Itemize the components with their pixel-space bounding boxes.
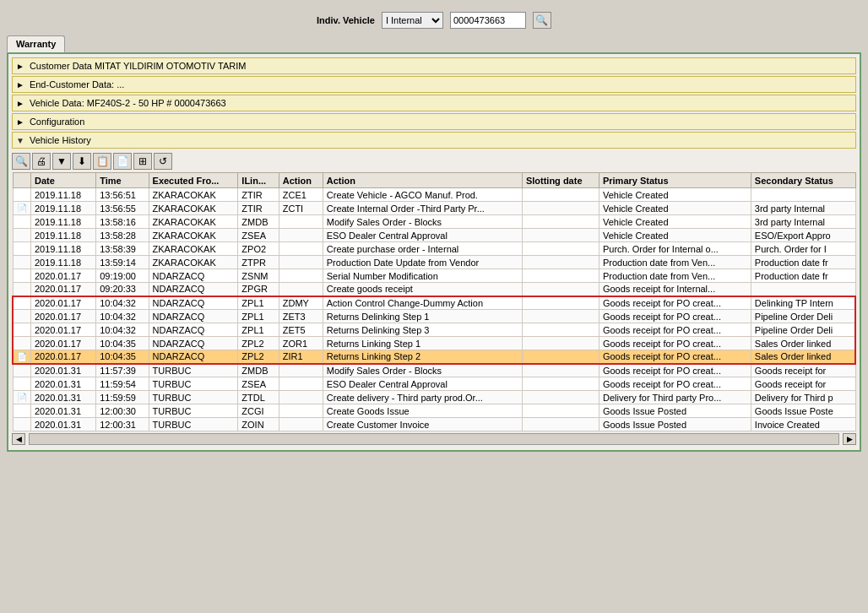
arrow-customer-data[interactable]: ►: [16, 62, 24, 71]
table-row[interactable]: 2019.11.1813:59:14ZKARACOKAKZTPRProducti…: [13, 256, 855, 269]
row-secondary-status: ESO/Export Appro: [751, 229, 855, 242]
refresh-button[interactable]: ↺: [154, 153, 172, 170]
row-slotting: [522, 377, 599, 391]
copy-button[interactable]: 📋: [93, 153, 111, 170]
row-icon: [13, 269, 31, 283]
row-secondary-status: Goods receipt for: [751, 377, 855, 391]
col-exec-from[interactable]: Executed Fro...: [149, 173, 238, 188]
row-ilin: ZTPR: [238, 256, 279, 269]
horizontal-scrollbar[interactable]: [29, 433, 839, 445]
row-time: 11:57:39: [96, 364, 149, 377]
col-action-code[interactable]: Action: [279, 173, 323, 188]
tab-warranty[interactable]: Warranty: [7, 35, 65, 52]
vehicle-number-input[interactable]: [450, 12, 526, 29]
col-action-desc[interactable]: Action: [323, 173, 522, 188]
print-button[interactable]: 🖨: [32, 153, 51, 170]
col-ilin[interactable]: ILin...: [238, 173, 279, 188]
table-row[interactable]: 2020.01.1710:04:32NDARZACQZPL1ZET5Return…: [13, 323, 855, 337]
section-configuration[interactable]: ► Configuration: [12, 113, 856, 130]
section-end-customer[interactable]: ► End-Customer Data: ...: [12, 76, 856, 93]
filter-button[interactable]: ▼: [52, 153, 71, 170]
section-vehicle-history[interactable]: ▼ Vehicle History: [12, 132, 856, 149]
row-exec-from: TURBUC: [149, 377, 238, 391]
arrow-vehicle-data[interactable]: ►: [16, 99, 24, 108]
col-secondary-status[interactable]: Secondary Status: [751, 173, 855, 188]
row-action-desc: Returns Linking Step 2: [323, 350, 522, 364]
copy-icon: 📋: [96, 155, 109, 167]
vehicle-history-label: Vehicle History: [30, 135, 91, 145]
row-ilin: ZTIR: [238, 202, 279, 215]
row-primary-status: Vehicle Created: [599, 202, 751, 215]
table-row[interactable]: 2019.11.1813:58:39ZKARACOKAKZPO2Create p…: [13, 242, 855, 256]
row-secondary-status: Delivery for Third p: [751, 391, 855, 404]
zoom-button[interactable]: 🔍: [12, 153, 30, 170]
table-row[interactable]: 2020.01.1709:19:00NDARZACQZSNMSerial Num…: [13, 269, 855, 283]
row-exec-from: ZKARACOKAK: [149, 215, 238, 229]
filter2-button[interactable]: ⬇: [73, 153, 91, 170]
table-row[interactable]: 2020.01.3112:00:31TURBUCZOINCreate Custo…: [13, 418, 855, 431]
table-container[interactable]: Date Time Executed Fro... ILin... Action…: [12, 172, 856, 431]
row-slotting: [522, 229, 599, 242]
table-row[interactable]: 2019.11.1813:58:16ZKARACOKAKZMDBModify S…: [13, 215, 855, 229]
table-row[interactable]: 2020.01.1710:04:32NDARZACQZPL1ZET3Return…: [13, 310, 855, 323]
table-row[interactable]: 2020.01.3111:59:54TURBUCZSEAESO Dealer C…: [13, 377, 855, 391]
row-slotting: [522, 391, 599, 404]
col-time[interactable]: Time: [96, 173, 149, 188]
table-row[interactable]: 2020.01.1709:20:33NDARZACQZPGRCreate goo…: [13, 283, 855, 296]
row-icon: 📄: [13, 202, 31, 215]
row-action-code: ZDMY: [279, 296, 323, 310]
table-row[interactable]: 📄2020.01.1710:04:35NDARZACQZPL2ZIR1Retur…: [13, 350, 855, 364]
row-primary-status: Goods receipt for PO creat...: [599, 310, 751, 323]
row-date: 2020.01.17: [31, 323, 96, 337]
row-action-desc: Production Date Update from Vendor: [323, 256, 522, 269]
main-panel: ► Customer Data MITAT YILDIRIM OTOMOTIV …: [7, 52, 861, 452]
row-time: 13:56:51: [96, 188, 149, 202]
row-date: 2019.11.18: [31, 229, 96, 242]
grid-icon: ⊞: [138, 155, 147, 167]
arrow-configuration[interactable]: ►: [16, 117, 24, 127]
row-date: 2020.01.17: [31, 269, 96, 283]
row-secondary-status: Goods receipt for: [751, 364, 855, 377]
scroll-left-button[interactable]: ◀: [12, 433, 25, 445]
table-row[interactable]: 2020.01.3112:00:30TURBUCZCGICreate Goods…: [13, 404, 855, 418]
col-slotting[interactable]: Slotting date: [522, 173, 599, 188]
detail-button[interactable]: 📄: [113, 153, 132, 170]
table-row[interactable]: 2019.11.1813:58:28ZKARACOKAKZSEAESO Deal…: [13, 229, 855, 242]
row-secondary-status: Production date fr: [751, 269, 855, 283]
row-date: 2020.01.31: [31, 418, 96, 431]
row-ilin: ZSEA: [238, 229, 279, 242]
row-slotting: [522, 256, 599, 269]
col-date[interactable]: Date: [31, 173, 96, 188]
row-secondary-status: Goods Issue Poste: [751, 404, 855, 418]
table-row[interactable]: 2020.01.3111:57:39TURBUCZMDBModify Sales…: [13, 364, 855, 377]
row-exec-from: NDARZACQ: [149, 283, 238, 296]
vehicle-type-select[interactable]: I Internal E External: [382, 12, 443, 29]
row-icon: [13, 377, 31, 391]
row-primary-status: Goods receipt for PO creat...: [599, 350, 751, 364]
row-exec-from: NDARZACQ: [149, 323, 238, 337]
arrow-vehicle-history[interactable]: ▼: [16, 136, 24, 145]
arrow-end-customer[interactable]: ►: [16, 80, 24, 90]
row-ilin: ZMDB: [238, 364, 279, 377]
table-row[interactable]: 2020.01.1710:04:35NDARZACQZPL2ZOR1Return…: [13, 337, 855, 350]
table-row[interactable]: 2020.01.1710:04:32NDARZACQZPL1ZDMYAction…: [13, 296, 855, 310]
row-action-code: [279, 256, 323, 269]
row-exec-from: ZKARACOKAK: [149, 256, 238, 269]
section-vehicle-data[interactable]: ► Vehicle Data: MF240S-2 - 50 HP # 00004…: [12, 95, 856, 111]
table-row[interactable]: 📄2019.11.1813:56:55ZKARACOKAKZTIRZCTICre…: [13, 202, 855, 215]
row-secondary-status: [751, 188, 855, 202]
row-time: 09:20:33: [96, 283, 149, 296]
row-exec-from: NDARZACQ: [149, 296, 238, 310]
row-ilin: ZSNM: [238, 269, 279, 283]
row-exec-from: ZKARACOKAK: [149, 202, 238, 215]
row-action-desc: ESO Dealer Central Approval: [323, 229, 522, 242]
table-row[interactable]: 2019.11.1813:56:51ZKARACOKAKZTIRZCE1Crea…: [13, 188, 855, 202]
section-customer-data[interactable]: ► Customer Data MITAT YILDIRIM OTOMOTIV …: [12, 57, 856, 74]
col-primary-status[interactable]: Primary Status: [599, 173, 751, 188]
print-icon: 🖨: [36, 155, 46, 167]
row-action-desc: Returns Delinking Step 1: [323, 310, 522, 323]
grid-button[interactable]: ⊞: [133, 153, 152, 170]
search-button[interactable]: 🔍: [533, 12, 551, 29]
scroll-right-button[interactable]: ▶: [843, 433, 856, 445]
table-row[interactable]: 📄2020.01.3111:59:59TURBUCZTDLCreate deli…: [13, 391, 855, 404]
